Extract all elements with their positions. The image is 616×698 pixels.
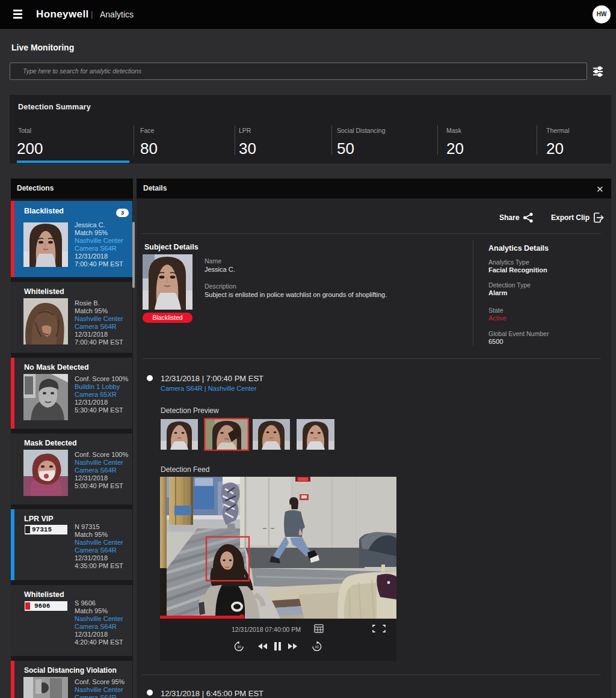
svg-text:30: 30: [315, 645, 319, 649]
svg-text:30: 30: [237, 645, 241, 649]
